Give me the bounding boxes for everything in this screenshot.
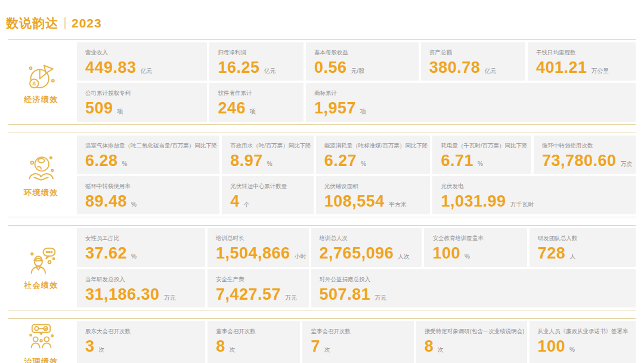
metric-label: 营业收入	[85, 49, 205, 57]
metric-label: 当年研发总投入	[85, 276, 203, 284]
metric-card: 归母净利润16.25亿元	[209, 42, 303, 81]
metric-card: 股东大会召开次数3次	[77, 321, 205, 363]
metric-card: 基本每股收益0.56元/股	[306, 42, 419, 81]
metric-label: 循环中转袋使用次数	[542, 142, 633, 150]
metric-value-line: 507.81万元	[320, 286, 633, 303]
metric-label: 温室气体排放量（吨二氧化碳当量/百万票）同比下降	[85, 142, 217, 150]
metric-value: 108,554	[324, 193, 385, 210]
metric-unit: %	[569, 346, 575, 353]
metric-value: 380.78	[429, 59, 481, 76]
metric-value: 100	[538, 338, 566, 355]
metric-label: 培训总时长	[216, 235, 306, 242]
metric-card: 光伏发电1,031.99万千瓦时	[432, 176, 636, 214]
metric-card: 培训总人次2,765,096人次	[311, 228, 422, 266]
metric-value-line: 401.21万公里	[536, 59, 633, 76]
metric-grid: 女性员工占比37.62%培训总时长1,504,866小时培训总人次2,765,0…	[77, 228, 636, 307]
metric-card: 光伏转运中心累计数量4个	[222, 176, 314, 214]
metric-card: 监事会召开次数7次	[302, 321, 413, 363]
metric-card: 干线日均里程数401.21万公里	[528, 42, 636, 81]
metric-value-line: 3次	[85, 338, 203, 355]
metric-label: 接受特定对象调研(包含一次业绩说明会)	[425, 328, 525, 336]
sections: $经济绩效营业收入449.83亿元归母净利润16.25亿元基本每股收益0.56元…	[8, 39, 636, 363]
metric-value-line: 380.78亿元	[429, 59, 523, 76]
metric-card: 软件著作累计246项	[209, 83, 303, 121]
metric-value: 7	[311, 338, 320, 355]
metric-card: 培训总时长1,504,866小时	[208, 228, 309, 266]
metric-label: 市政用水（吨/百万票）同比下降	[230, 142, 311, 150]
metric-unit: 万次	[621, 160, 633, 168]
metric-unit: 万公里	[592, 67, 609, 75]
metric-value-line: 1,031.99万千瓦时	[441, 193, 633, 210]
metric-unit: 人	[569, 253, 575, 261]
metric-label: 安全生产费	[216, 276, 306, 284]
section-sidebar: 治理绩效	[8, 321, 74, 363]
metric-unit: %	[465, 253, 470, 260]
metric-label: 研发团队总人数	[538, 235, 633, 242]
metric-value: 6.27	[324, 152, 357, 169]
metric-value: 6.71	[441, 152, 473, 169]
metric-card: 当年研发总投入31,186.30万元	[77, 269, 205, 307]
section-label: 社会绩效	[24, 280, 58, 291]
metric-unit: %	[131, 201, 137, 208]
page-title: 数说韵达	[6, 15, 58, 32]
metric-unit: %	[131, 253, 137, 260]
metric-value-line: 6.28%	[85, 152, 217, 169]
metric-unit: 人次	[398, 253, 410, 261]
metric-value: 1,957	[314, 100, 356, 116]
metric-card: 对外公益捐赠总投入507.81万元	[311, 269, 636, 307]
section-environment: 环境绩效温室气体排放量（吨二氧化碳当量/百万票）同比下降6.28%市政用水（吨/…	[8, 133, 636, 218]
metric-unit: 个	[244, 201, 250, 209]
metric-value: 7,427.57	[216, 286, 281, 303]
metric-label: 资产总额	[429, 49, 523, 57]
metric-unit: 小时	[295, 253, 306, 261]
metric-label: 培训总人次	[320, 235, 420, 242]
metric-card: 能源消耗量（吨标准煤/百万票）同比下降6.27%	[316, 136, 431, 174]
section-label: 环境绩效	[24, 187, 58, 198]
metric-card: 公司累计授权专利509项	[77, 83, 207, 121]
metric-unit: 亿元	[484, 67, 496, 75]
metric-value-line: 8.97%	[230, 152, 311, 169]
metric-value-line: 4个	[230, 193, 311, 210]
metric-label: 股东大会召开次数	[85, 328, 203, 336]
metric-card: 资产总额380.78亿元	[421, 42, 525, 81]
metric-value: 37.62	[85, 245, 127, 262]
metric-value-line: 0.56元/股	[314, 59, 416, 76]
pie-chart-coin-icon: $	[24, 59, 58, 93]
metric-card: 安全生产费7,427.57万元	[208, 269, 309, 307]
metric-value: 0.56	[314, 59, 347, 76]
metric-unit: 次	[324, 346, 330, 354]
metric-value-line: 100%	[432, 245, 524, 262]
section-governance: 治理绩效股东大会召开次数3次董事会召开次数8次监事会召开次数7次接受特定对象调研…	[8, 318, 636, 363]
metric-value-line: 6.27%	[324, 152, 428, 169]
metric-card: 市政用水（吨/百万票）同比下降8.97%	[222, 136, 314, 174]
section-economic: $经济绩效营业收入449.83亿元归母净利润16.25亿元基本每股收益0.56元…	[8, 39, 636, 125]
metric-card: 营业收入449.83亿元	[77, 42, 207, 81]
metric-card: 温室气体排放量（吨二氧化碳当量/百万票）同比下降6.28%	[77, 136, 219, 174]
metric-card: 接受特定对象调研(包含一次业绩说明会)8次	[416, 321, 527, 363]
metric-value-line: 1,504,866小时	[216, 245, 306, 262]
metric-card: 董事会召开次数8次	[208, 321, 300, 363]
page-header: 数说韵达 2023	[0, 0, 644, 39]
metric-label: 从业人员《廉政从业承诺书》签署率	[538, 328, 633, 336]
metric-label: 光伏发电	[441, 183, 633, 190]
metric-label: 光伏转运中心累计数量	[230, 183, 311, 190]
metric-value: 728	[538, 245, 566, 262]
metric-value: 16.25	[218, 59, 259, 76]
metric-label: 公司累计授权专利	[85, 90, 205, 97]
metric-unit: 万元	[164, 294, 176, 302]
metric-value: 401.21	[536, 59, 587, 76]
metric-unit: 亿元	[141, 67, 153, 75]
metric-unit: %	[478, 161, 483, 167]
metric-value: 8.97	[230, 152, 263, 169]
metric-value-line: 7次	[311, 338, 411, 355]
people-banner-icon	[24, 321, 58, 355]
section-sidebar: $经济绩效	[8, 42, 74, 122]
metric-value-line: 449.83亿元	[85, 59, 205, 76]
metric-value: 246	[218, 100, 246, 116]
courier-speech-bubble-icon	[24, 245, 58, 278]
metric-unit: 项	[117, 107, 123, 116]
metric-label: 循环中转袋使用率	[85, 183, 217, 190]
metric-card: 光伏铺设面积108,554平方米	[316, 176, 431, 214]
metric-value-line: 6.71%	[441, 152, 528, 169]
metric-value: 2,765,096	[320, 245, 394, 262]
